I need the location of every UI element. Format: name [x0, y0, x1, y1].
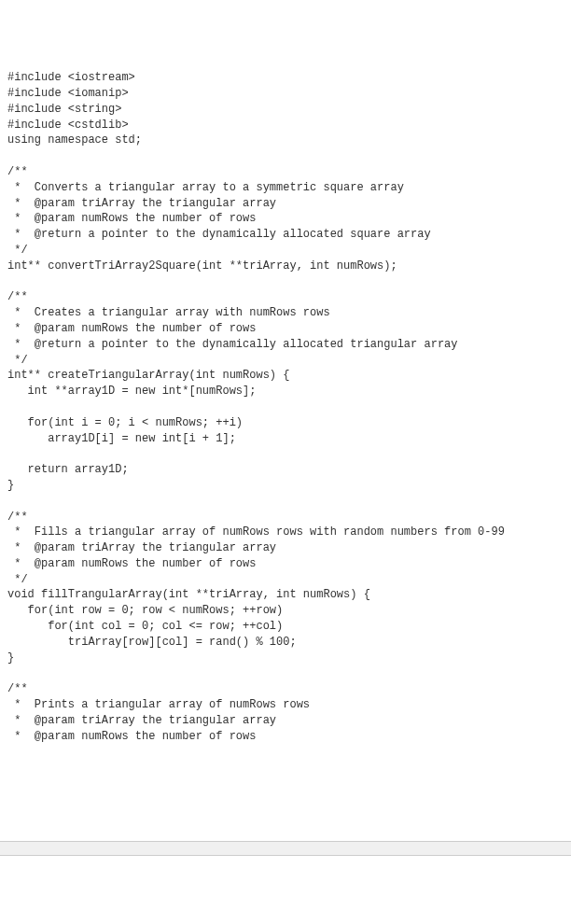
page-break: [0, 841, 571, 856]
code-section-1: #include <iostream> #include <iomanip> #…: [7, 70, 564, 744]
